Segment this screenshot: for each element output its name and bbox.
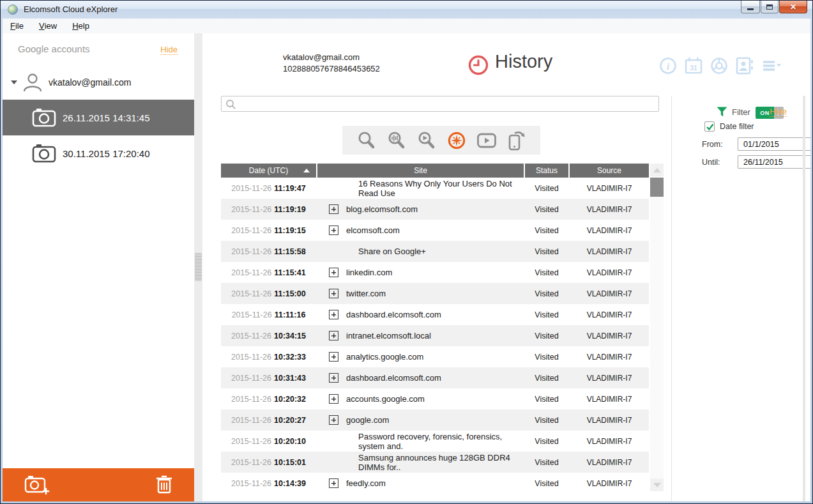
cell-status: Visited [525,199,568,220]
minimize-button[interactable] [741,1,760,13]
voice-search-history-button[interactable] [387,130,406,151]
cell-site: dashboard.elcomsoft.com [317,367,524,388]
table-row[interactable]: 2015-11-2611:15:00 twitter.com Visited V… [221,283,649,304]
close-button[interactable] [779,1,807,13]
video-search-history-button[interactable] [417,130,436,151]
cell-date-time: 10:20:10 [274,437,306,446]
add-snapshot-button[interactable] [24,475,50,495]
search-icon [369,142,373,146]
search-input[interactable] [238,97,656,112]
expand-icon[interactable] [329,268,338,277]
history-clock-icon [467,54,489,76]
filter-panel: Filter ON Hide Date filter From: [672,33,810,501]
expand-icon[interactable] [329,225,338,235]
cell-site: Share on Google+ [317,241,524,262]
account-row[interactable]: vkatalov@gmail.com [3,69,194,96]
cell-date-day: 2015-11-26 [231,395,271,404]
menu-help[interactable]: Help [65,19,97,33]
menu-file[interactable]: File [3,19,31,33]
search-box [221,96,659,112]
cell-status: Visited [525,431,568,452]
column-label: Status [536,166,558,175]
expand-icon[interactable] [329,415,338,425]
cell-date: 2015-11-2611:15:00 [221,283,316,304]
cell-site-text: intranet.elcomsoft.local [346,331,431,340]
column-label: Source [597,166,621,175]
avatar [232,47,269,84]
table-scrollbar[interactable] [650,164,664,491]
title-bar[interactable]: Elcomsoft Cloud eXplorer [1,1,812,19]
table-row[interactable]: 2015-11-2611:11:16 dashboard.elcomsoft.c… [221,304,649,325]
column-header-source[interactable]: Source [570,164,649,178]
table-row[interactable]: 2015-11-2611:19:47 16 Reasons Why Only Y… [221,178,649,199]
cell-date-day: 2015-11-26 [231,226,271,235]
checkbox-checked-icon[interactable] [704,121,715,132]
sidebar-hide-link[interactable]: Hide [160,45,178,55]
from-date-select[interactable]: 01/1/2015 [738,137,810,151]
cell-site-text: blog.elcomsoft.com [346,204,418,214]
column-header-date[interactable]: Date (UTC) [221,164,316,178]
maximize-button[interactable] [761,1,779,13]
expand-icon[interactable] [329,331,338,340]
expand-icon[interactable] [329,310,338,319]
table-row[interactable]: 2015-11-2610:31:43 dashboard.elcomsoft.c… [221,367,649,388]
cell-status: Visited [525,367,568,388]
filter-hide-link[interactable]: Hide [770,107,787,117]
snapshot-item[interactable]: 30.11.2015 17:20:40 [3,135,194,171]
sidebar-splitter[interactable] [194,33,202,501]
expand-icon[interactable] [329,204,338,214]
table-row[interactable]: 2015-11-2610:20:27 google.com Visited VL… [221,409,649,431]
column-header-status[interactable]: Status [525,164,568,178]
cell-site: google.com [317,409,524,431]
table-row[interactable]: 2015-11-2610:34:15 intranet.elcomsoft.lo… [221,325,649,346]
main-content: vkatalov@gmail.com 102888057678846453652… [202,33,810,501]
scrollbar-thumb[interactable] [650,178,664,197]
until-date-select[interactable]: 26/11/2015 [738,155,810,169]
scroll-down-button[interactable] [650,478,664,491]
cell-date: 2015-11-2610:31:43 [221,367,316,388]
table-row[interactable]: 2015-11-2611:19:19 blog.elcomsoft.com Vi… [221,199,649,220]
table-row[interactable]: 2015-11-2611:19:15 elcomsoft.com Visited… [221,220,649,241]
cell-source: VLADIMIR-I7 [570,262,649,283]
date-filter-checkbox-row[interactable]: Date filter [704,121,754,132]
expand-icon[interactable] [329,352,338,362]
table-row[interactable]: 2015-11-2610:32:33 analytics.google.com … [221,346,649,367]
cell-status: Visited [525,409,568,431]
web-search-history-button[interactable] [357,130,376,151]
cell-site-text: dashboard.elcomsoft.com [346,373,441,383]
column-header-site[interactable]: Site [317,164,524,178]
delete-snapshot-button[interactable] [156,475,172,494]
accounts-sidebar: Google accounts Hide vkatalov@gmail.com … [3,33,194,501]
menu-view[interactable]: View [31,19,65,33]
cell-source: VLADIMIR-I7 [570,283,649,304]
scroll-up-button[interactable] [650,164,664,176]
expand-icon[interactable] [329,394,338,404]
expand-arrow-icon[interactable] [11,80,17,84]
table-row[interactable]: 2015-11-2610:14:39 feedly.com Visited VL… [221,473,649,494]
table-row[interactable]: 2015-11-2611:15:41 linkedin.com Visited … [221,262,649,283]
snapshot-item-selected[interactable]: 26.11.2015 14:31:45 [3,100,194,135]
cell-status: Visited [525,283,568,304]
cell-date-time: 11:15:00 [274,289,305,298]
sidebar-footer-bar [3,468,194,501]
cell-date-day: 2015-11-26 [231,268,271,277]
table-row[interactable]: 2015-11-2611:15:58 Share on Google+ Visi… [221,241,649,262]
cell-date: 2015-11-2610:34:15 [221,325,316,346]
splitter-handle[interactable] [195,253,202,281]
table-row[interactable]: 2015-11-2610:20:10 Password recovery, fo… [221,431,649,452]
table-row[interactable]: 2015-11-2610:20:32 accounts.google.com V… [221,388,649,409]
cell-source: VLADIMIR-I7 [570,346,649,367]
panel-scrollbar[interactable] [803,96,805,501]
filter-label: Filter [732,107,750,117]
expand-icon[interactable] [329,289,338,298]
cell-date-day: 2015-11-26 [231,437,271,446]
browsing-history-button-active[interactable] [447,130,466,151]
table-row[interactable]: 2015-11-2610:15:01 Samsung announces hug… [221,452,649,473]
expand-icon[interactable] [329,373,338,383]
cell-source: VLADIMIR-I7 [570,473,649,494]
cell-date-time: 10:14:39 [274,479,306,488]
youtube-history-button[interactable] [477,130,496,151]
device-history-button[interactable] [507,130,526,151]
expand-icon[interactable] [329,478,338,488]
cell-status: Visited [525,241,568,262]
